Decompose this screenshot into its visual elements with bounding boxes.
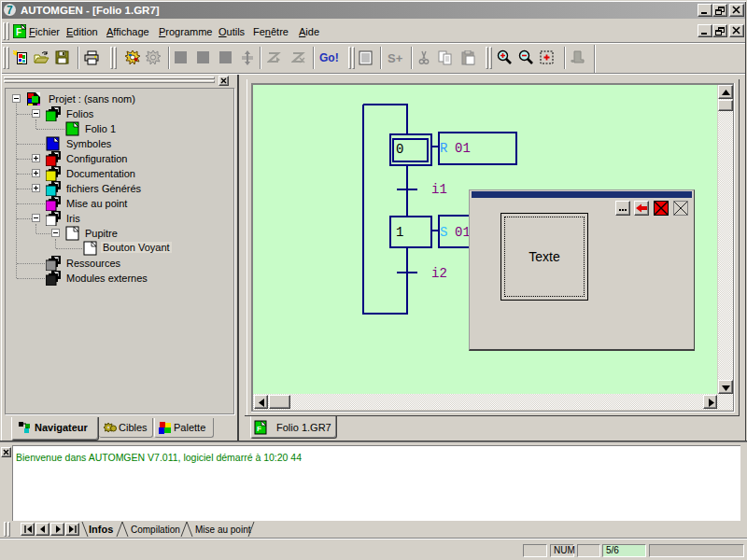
svg-text:i1: i1 <box>431 182 447 197</box>
svg-text:F: F <box>16 27 21 37</box>
svg-text:0: 0 <box>396 142 403 157</box>
svg-text:S: S <box>440 225 447 240</box>
svg-text:1: 1 <box>396 225 403 240</box>
svg-text:01: 01 <box>455 141 471 156</box>
svg-text:F: F <box>257 425 261 433</box>
svg-text:i2: i2 <box>431 266 447 281</box>
svg-text:R: R <box>440 141 448 156</box>
